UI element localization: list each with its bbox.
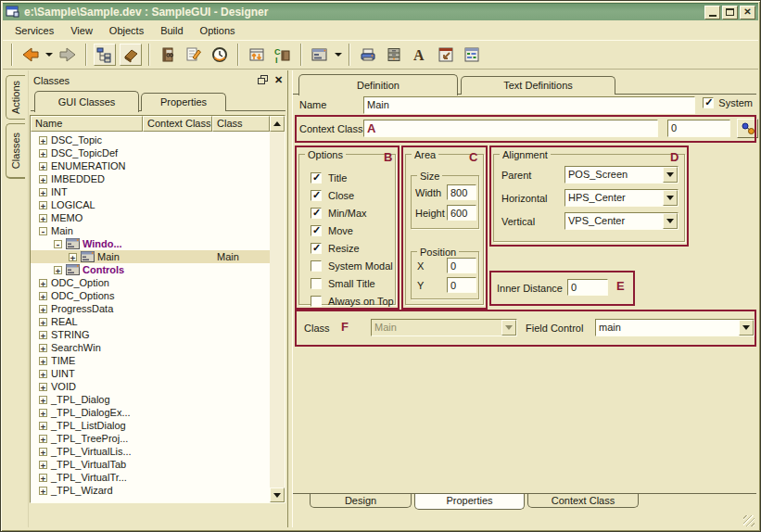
tree-expander[interactable]: +	[39, 461, 47, 469]
system-checkbox-row[interactable]: System	[703, 97, 753, 108]
print-button[interactable]	[357, 44, 379, 66]
import-window-button[interactable]	[246, 44, 268, 66]
combobox-dropdown-button[interactable]	[663, 190, 678, 206]
tree-expander[interactable]: +	[39, 201, 47, 209]
tree-item[interactable]: + Main Main	[31, 250, 270, 263]
combobox-dropdown-button[interactable]	[663, 213, 678, 229]
tree-expander[interactable]: -	[39, 227, 47, 235]
tab-design[interactable]: Design	[310, 494, 412, 508]
tree-expander[interactable]: +	[39, 305, 47, 313]
tree-expander[interactable]: +	[39, 370, 47, 378]
tab-properties-bottom[interactable]: Properties	[414, 494, 525, 510]
maximize-button[interactable]	[722, 6, 738, 19]
minimize-button[interactable]	[704, 6, 720, 19]
option-row[interactable]: Small Title	[311, 274, 391, 292]
tree-expander[interactable]: +	[39, 188, 47, 196]
tree-expander[interactable]: +	[39, 331, 47, 339]
option-checkbox[interactable]	[311, 190, 322, 201]
tree-item[interactable]: + ENUMERATION	[31, 159, 270, 172]
tree-expander[interactable]: -	[54, 240, 62, 248]
tree-item[interactable]: + LOGICAL	[31, 198, 270, 211]
fonts-button[interactable]: A	[409, 44, 431, 66]
tree-expander[interactable]: +	[39, 396, 47, 404]
tree-item[interactable]: + _TPL_VirtualTab	[31, 458, 270, 471]
tree-item[interactable]: + MEMO	[31, 211, 270, 224]
option-checkbox[interactable]	[311, 208, 322, 219]
menu-item[interactable]: Options	[192, 23, 244, 38]
title-bar[interactable]: e:\Sample\Sample.dev : SampleGUI - Desig…	[3, 3, 758, 20]
menu-item[interactable]: View	[62, 23, 101, 38]
tree-item[interactable]: + _TPL_VirtualLis...	[31, 445, 270, 458]
tree-expander[interactable]: +	[39, 487, 47, 495]
tree-item[interactable]: + _TPL_VirtualTr...	[31, 471, 270, 484]
context-class-link-button[interactable]	[737, 119, 758, 138]
tree-expander[interactable]: +	[39, 136, 47, 145]
tree-expander[interactable]: +	[39, 279, 47, 287]
column-header-name[interactable]: Name	[31, 116, 143, 132]
archive-button[interactable]	[383, 44, 405, 66]
back-history-dropdown[interactable]	[44, 44, 55, 66]
tree-item[interactable]: + ODC_Option	[31, 276, 270, 289]
tree-item[interactable]: + SearchWin	[31, 341, 270, 354]
tree-item[interactable]: + DSC_TopicDef	[31, 146, 270, 159]
name-input[interactable]: Main	[363, 96, 695, 114]
tree-expander[interactable]: +	[39, 318, 47, 326]
tree-expander[interactable]: +	[39, 474, 47, 482]
tree-item[interactable]: + TIME	[31, 354, 270, 367]
tree-item[interactable]: + _TPL_TreeProj...	[31, 432, 270, 445]
tree-item[interactable]: + STRING	[31, 328, 270, 341]
context-class-input[interactable]	[363, 120, 658, 137]
height-input[interactable]: 600	[447, 205, 476, 221]
tree-item[interactable]: + _TPL_DialogEx...	[31, 406, 270, 419]
context-class-count-input[interactable]: 0	[667, 120, 730, 137]
option-row[interactable]: Min/Max	[311, 204, 391, 222]
window-options-button[interactable]	[461, 44, 483, 66]
library-button[interactable]	[157, 44, 179, 66]
tree-item[interactable]: + VOID	[31, 380, 270, 393]
dock-tab-actions[interactable]: Actions	[6, 75, 25, 120]
tree-item[interactable]: + ODC_Options	[31, 289, 270, 302]
tree-expander[interactable]: +	[39, 175, 47, 184]
close-button[interactable]: ✕	[740, 6, 755, 19]
tree-expander[interactable]: +	[39, 149, 47, 158]
menu-item[interactable]: Services	[6, 23, 62, 38]
option-checkbox[interactable]	[311, 278, 322, 289]
tree-item[interactable]: + _TPL_Wizard	[31, 484, 270, 497]
tree-item[interactable]: + UINT	[31, 367, 270, 380]
dock-tab-classes[interactable]: Classes	[6, 123, 25, 179]
tree-expander[interactable]: +	[39, 344, 47, 352]
tree-expander[interactable]: +	[39, 448, 47, 456]
close-panel-button[interactable]: ✕	[272, 74, 285, 87]
float-panel-button[interactable]	[256, 74, 270, 87]
tree-expander[interactable]: +	[39, 383, 47, 391]
option-row[interactable]: Close	[311, 186, 391, 204]
time-button[interactable]	[209, 44, 231, 66]
tree-expander[interactable]: +	[39, 162, 47, 171]
option-checkbox[interactable]	[311, 296, 322, 307]
class-combobox[interactable]: Main	[371, 319, 517, 336]
tree-expander[interactable]: +	[39, 214, 47, 222]
column-header-context-class[interactable]: Context Class	[143, 116, 212, 132]
tab-context-class[interactable]: Context Class	[527, 494, 639, 508]
combobox-dropdown-button[interactable]	[663, 167, 678, 183]
tree-expander[interactable]: +	[39, 357, 47, 365]
new-window-button[interactable]	[309, 44, 331, 66]
tree-expander[interactable]: +	[39, 435, 47, 443]
x-input[interactable]: 0	[447, 258, 476, 273]
option-checkbox[interactable]	[311, 172, 322, 184]
option-row[interactable]: System Modal	[311, 257, 391, 274]
tab-text-definitions[interactable]: Text Definitions	[461, 76, 615, 95]
resize-grip[interactable]	[743, 515, 755, 526]
back-button[interactable]	[19, 44, 42, 66]
scroll-down-button[interactable]	[270, 488, 285, 502]
class-tree-button[interactable]	[94, 44, 116, 66]
tree-item[interactable]: + _TPL_ListDialog	[31, 419, 270, 432]
designer-button[interactable]	[120, 44, 142, 66]
option-row[interactable]: Move	[311, 222, 391, 239]
y-input[interactable]: 0	[447, 277, 476, 293]
new-window-dropdown[interactable]	[333, 44, 344, 66]
menu-item[interactable]: Objects	[101, 23, 152, 38]
option-checkbox[interactable]	[311, 225, 322, 236]
tree-item[interactable]: - Main	[31, 224, 270, 237]
combobox-dropdown-button[interactable]	[739, 320, 754, 336]
